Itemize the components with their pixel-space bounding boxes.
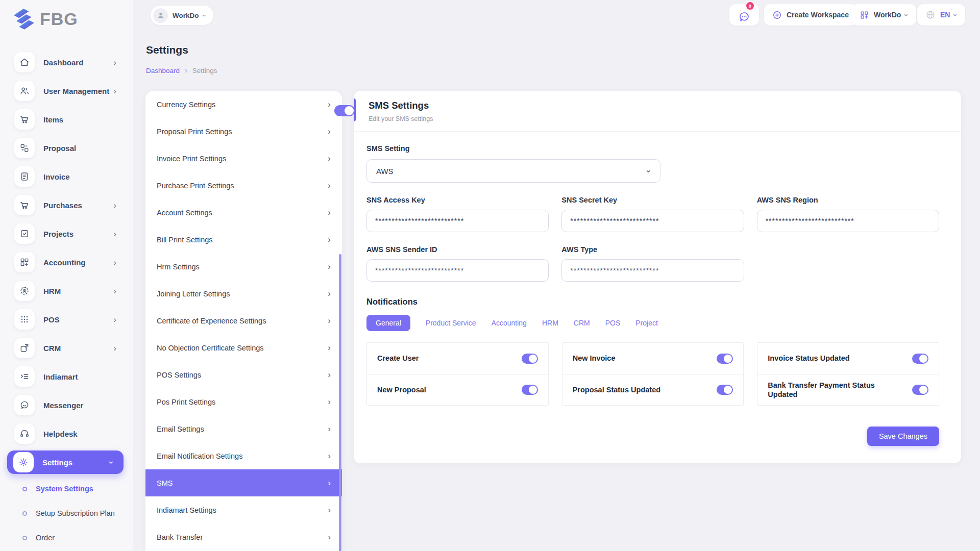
aws-sns-region-field[interactable] bbox=[757, 210, 939, 232]
workspace-menu-button[interactable]: WorkDo › bbox=[851, 4, 916, 26]
sidebar-item-helpdesk[interactable]: Helpdesk bbox=[0, 419, 133, 448]
sidebar-item-indiamart[interactable]: Indiamart bbox=[0, 362, 133, 391]
tab-crm[interactable]: CRM bbox=[574, 319, 590, 327]
toggle-row-bank-transfer-status: Bank Transfer Payment Status Updated bbox=[757, 374, 939, 405]
sms-setting-select[interactable]: AWS › bbox=[366, 159, 660, 183]
settings-menu-item-proposal-print[interactable]: Proposal Print Settings› bbox=[145, 118, 342, 145]
sidebar-item-dashboard[interactable]: Dashboard › bbox=[0, 48, 133, 77]
workspace-selector[interactable]: WorkDo › bbox=[151, 6, 213, 25]
sns-access-key-field[interactable] bbox=[366, 210, 549, 232]
aws-sns-region-label: AWS SNS Region bbox=[757, 196, 939, 204]
settings-menu-item-certificate-experience[interactable]: Certificate of Experience Settings› bbox=[145, 307, 342, 334]
settings-menu-item-no-objection[interactable]: No Objection Certificate Settings› bbox=[145, 334, 342, 361]
chevron-right-icon: › bbox=[113, 287, 116, 295]
sms-enabled-toggle[interactable] bbox=[334, 105, 355, 116]
sidebar-subitem-system-settings[interactable]: System Settings bbox=[0, 477, 133, 501]
toggle-row-invoice-status-updated: Invoice Status Updated bbox=[757, 343, 939, 374]
sidebar-item-hrm[interactable]: HRM › bbox=[0, 277, 133, 305]
notifications-tabs: General Product Service Accounting HRM C… bbox=[366, 315, 939, 331]
sidebar-nav: Dashboard › User Management › Items Prop… bbox=[0, 48, 133, 477]
avatar bbox=[153, 8, 168, 23]
sidebar-item-settings[interactable]: Settings › bbox=[7, 450, 124, 474]
sidebar-item-user-management[interactable]: User Management › bbox=[0, 77, 133, 105]
new-proposal-toggle[interactable] bbox=[522, 385, 538, 395]
sidebar-item-messenger[interactable]: Messenger bbox=[0, 391, 133, 419]
chevron-right-icon: › bbox=[328, 100, 331, 109]
bank-transfer-payment-status-toggle[interactable] bbox=[912, 385, 928, 395]
sms-settings-panel: SMS Settings Edit your SMS settings SMS … bbox=[354, 91, 961, 463]
tab-hrm[interactable]: HRM bbox=[542, 319, 558, 327]
settings-menu-item-email[interactable]: Email Settings› bbox=[145, 415, 342, 442]
tab-product-service[interactable]: Product Service bbox=[426, 319, 476, 327]
create-user-toggle[interactable] bbox=[522, 354, 538, 364]
chevron-down-icon: › bbox=[952, 14, 960, 16]
settings-menu-item-pos-print[interactable]: Pos Print Settings› bbox=[145, 388, 342, 415]
chevron-right-icon: › bbox=[328, 479, 331, 487]
toggle-column: Create User New Proposal bbox=[366, 342, 549, 406]
chevron-down-icon: › bbox=[108, 461, 116, 464]
sidebar-item-items[interactable]: Items bbox=[0, 105, 133, 134]
aws-type-label: AWS Type bbox=[561, 245, 744, 254]
chevron-right-icon: › bbox=[113, 315, 116, 324]
settings-menu-item-joining-letter[interactable]: Joining Letter Settings› bbox=[145, 280, 342, 307]
breadcrumb-dashboard-link[interactable]: Dashboard bbox=[146, 67, 180, 74]
tab-pos[interactable]: POS bbox=[605, 319, 621, 327]
chevron-right-icon: › bbox=[113, 87, 116, 95]
settings-menu-item-indiamart[interactable]: Indiamart Settings› bbox=[145, 496, 342, 523]
invoice-status-updated-toggle[interactable] bbox=[912, 354, 928, 364]
chevron-right-icon: › bbox=[328, 262, 331, 271]
settings-menu-item-pos[interactable]: POS Settings› bbox=[145, 361, 342, 388]
bullet-icon bbox=[22, 487, 27, 491]
settings-menu-item-purchase-print[interactable]: Purchase Print Settings› bbox=[145, 172, 342, 199]
settings-menu-item-bill-print[interactable]: Bill Print Settings› bbox=[145, 226, 342, 253]
sidebar-item-projects[interactable]: Projects › bbox=[0, 219, 133, 248]
settings-menu-item-currency[interactable]: Currency Settings› bbox=[145, 91, 342, 118]
sidebar-subitem-setup-subscription-plan[interactable]: Setup Subscription Plan bbox=[0, 501, 133, 525]
settings-menu-item-sms[interactable]: SMS› bbox=[145, 469, 342, 496]
notification-toggle-grid: Create User New Proposal New Invoice Pro… bbox=[366, 342, 939, 406]
proposal-status-updated-toggle[interactable] bbox=[717, 385, 733, 395]
notifications-title: Notifications bbox=[366, 297, 939, 307]
new-invoice-toggle[interactable] bbox=[717, 354, 733, 364]
sidebar-item-crm[interactable]: CRM › bbox=[0, 334, 133, 362]
settings-menu-item-bank-transfer[interactable]: Bank Transfer› bbox=[145, 523, 342, 550]
sidebar-item-accounting[interactable]: Accounting › bbox=[0, 248, 133, 277]
aws-type-field[interactable] bbox=[561, 259, 744, 282]
aws-sns-sender-id-field[interactable] bbox=[366, 259, 549, 282]
sidebar-item-purchases[interactable]: Purchases › bbox=[0, 191, 133, 219]
save-changes-button[interactable]: Save Changes bbox=[867, 427, 939, 446]
toggle-row-new-proposal: New Proposal bbox=[367, 374, 548, 405]
grid-plus-icon bbox=[14, 252, 35, 272]
check-square-icon bbox=[14, 223, 35, 244]
aws-fields-row-2: AWS SNS Sender ID AWS Type bbox=[366, 245, 939, 282]
page-title: Settings bbox=[146, 44, 188, 56]
tab-accounting[interactable]: Accounting bbox=[492, 319, 527, 327]
scrollbar-thumb[interactable] bbox=[339, 254, 341, 551]
panel-title: SMS Settings bbox=[369, 100, 429, 111]
chevron-right-icon: › bbox=[113, 258, 116, 267]
person-focus-icon bbox=[14, 281, 35, 301]
brand-logo[interactable]: FBG bbox=[10, 6, 78, 32]
settings-menu-item-invoice-print[interactable]: Invoice Print Settings› bbox=[145, 145, 342, 172]
create-workspace-button[interactable]: Create Workspace bbox=[764, 4, 857, 26]
sidebar-item-proposal[interactable]: Proposal bbox=[0, 134, 133, 162]
settings-menu-item-email-notification[interactable]: Email Notification Settings› bbox=[145, 442, 342, 469]
cart-icon bbox=[14, 195, 35, 215]
language-selector[interactable]: EN › bbox=[917, 4, 965, 26]
chevron-right-icon: › bbox=[328, 533, 331, 541]
globe-icon bbox=[925, 10, 936, 20]
settings-menu-item-account[interactable]: Account Settings› bbox=[145, 199, 342, 226]
indent-list-icon bbox=[14, 366, 35, 387]
workflow-icon bbox=[14, 138, 35, 158]
tab-general[interactable]: General bbox=[366, 315, 410, 331]
sidebar-subitem-order[interactable]: Order bbox=[0, 525, 133, 550]
chevron-right-icon: › bbox=[328, 289, 331, 298]
sns-secret-key-field[interactable] bbox=[561, 210, 744, 232]
plus-circle-icon bbox=[772, 10, 782, 20]
sidebar-item-pos[interactable]: POS › bbox=[0, 305, 133, 334]
settings-menu-panel: Currency Settings› Proposal Print Settin… bbox=[145, 91, 342, 551]
tab-project[interactable]: Project bbox=[635, 319, 658, 327]
sidebar-item-invoice[interactable]: Invoice bbox=[0, 162, 133, 191]
messages-button[interactable]: 0 bbox=[729, 4, 759, 26]
settings-menu-item-hrm[interactable]: Hrm Settings› bbox=[145, 253, 342, 280]
